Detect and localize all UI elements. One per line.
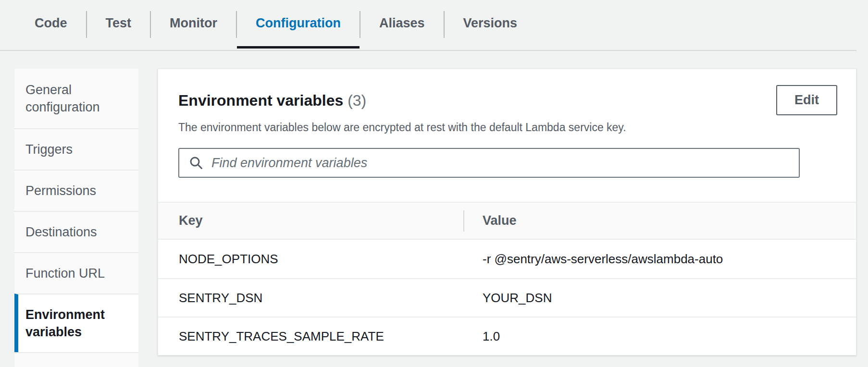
sidebar-item-general-configuration[interactable]: General configuration	[14, 69, 138, 128]
tab-aliases[interactable]: Aliases	[360, 0, 444, 49]
env-var-value: 1.0	[463, 329, 856, 344]
env-var-key: SENTRY_TRACES_SAMPLE_RATE	[158, 329, 463, 344]
env-var-key: SENTRY_DSN	[158, 291, 463, 306]
sidebar-item-tags[interactable]: Tags	[14, 352, 138, 367]
environment-variables-table: Key Value NODE_OPTIONS -r @sentry/aws-se…	[158, 202, 856, 355]
tab-configuration[interactable]: Configuration	[237, 0, 360, 49]
panel-header: Environment variables (3) Edit The envir…	[158, 69, 856, 178]
configuration-sidebar: General configuration Triggers Permissio…	[14, 69, 138, 367]
tab-monitor[interactable]: Monitor	[151, 0, 236, 49]
env-var-key: NODE_OPTIONS	[158, 252, 463, 267]
table-row: NODE_OPTIONS -r @sentry/aws-serverless/a…	[158, 240, 856, 278]
panel-title-text: Environment variables	[178, 92, 343, 109]
search-box	[178, 148, 800, 178]
environment-variables-panel: Environment variables (3) Edit The envir…	[158, 69, 856, 355]
tab-code[interactable]: Code	[16, 0, 86, 49]
sidebar-item-function-url[interactable]: Function URL	[14, 252, 138, 294]
tab-test[interactable]: Test	[87, 0, 150, 49]
table-row: SENTRY_TRACES_SAMPLE_RATE 1.0	[158, 317, 856, 355]
sidebar-item-environment-variables[interactable]: Environment variables	[14, 294, 138, 352]
edit-button[interactable]: Edit	[776, 85, 837, 115]
tab-bar-rule	[0, 50, 856, 51]
search-input[interactable]	[211, 148, 799, 177]
table-header-row: Key Value	[158, 203, 856, 240]
sidebar-item-triggers[interactable]: Triggers	[14, 128, 138, 170]
env-var-value: YOUR_DSN	[463, 291, 856, 306]
panel-count-badge: (3)	[347, 92, 366, 109]
sidebar-item-destinations[interactable]: Destinations	[14, 211, 138, 252]
tab-versions[interactable]: Versions	[445, 0, 536, 49]
sidebar-item-permissions[interactable]: Permissions	[14, 170, 138, 211]
panel-title: Environment variables (3)	[178, 86, 836, 115]
function-tab-bar: Code Test Monitor Configuration Aliases …	[0, 0, 868, 49]
column-header-key: Key	[158, 213, 463, 228]
panel-description: The environment variables below are encr…	[178, 120, 836, 135]
search-icon	[188, 155, 204, 171]
env-var-value: -r @sentry/aws-serverless/awslambda-auto	[463, 252, 856, 267]
column-header-value: Value	[463, 213, 856, 228]
table-row: SENTRY_DSN YOUR_DSN	[158, 278, 856, 317]
